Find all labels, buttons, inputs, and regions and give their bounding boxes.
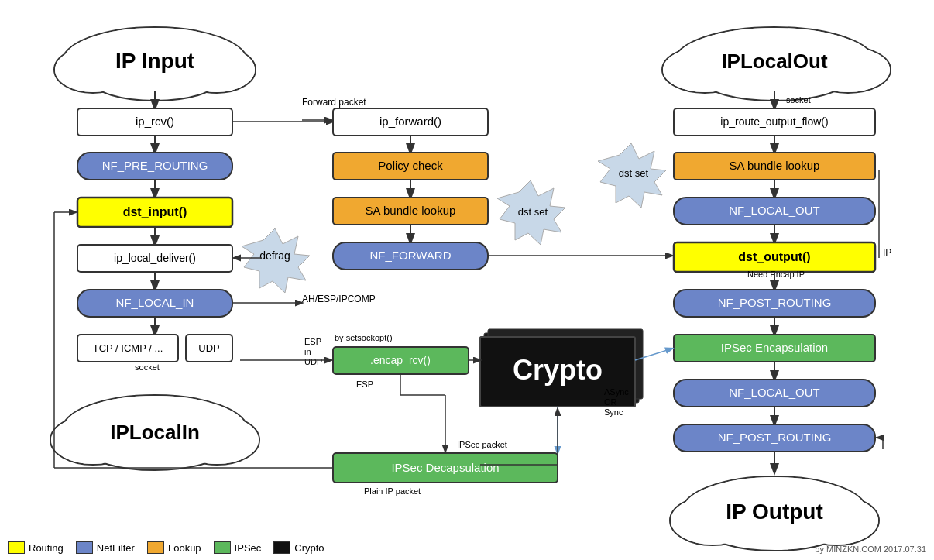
async-or-sync-label: ASync bbox=[604, 387, 629, 397]
legend-lookup-box bbox=[147, 541, 164, 554]
legend-lookup-label: Lookup bbox=[168, 542, 201, 554]
nf-local-out-top-label: NF_LOCAL_OUT bbox=[729, 204, 820, 217]
dst-set-1-label: dst set bbox=[619, 167, 649, 179]
legend-netfilter: NetFilter bbox=[76, 541, 135, 554]
ip-local-in-cloud: IPLocalIn bbox=[50, 395, 259, 470]
need-encap-ip-label: Need Encap IP bbox=[747, 270, 805, 279]
nf-local-out-bot-label: NF_LOCAL_OUT bbox=[729, 386, 820, 399]
legend-lookup: Lookup bbox=[147, 541, 201, 554]
svg-text:in: in bbox=[304, 347, 311, 356]
by-setsockopt-label: by setsockopt() bbox=[335, 333, 393, 342]
udp-label: UDP bbox=[198, 342, 219, 354]
legend-routing-box bbox=[8, 541, 25, 554]
socket-label-1: socket bbox=[135, 362, 160, 372]
sa-bundle-lookup-mid-label: SA bundle lookup bbox=[366, 204, 456, 217]
dst-set-2-label: dst set bbox=[518, 206, 548, 218]
sa-bundle-lookup-right-label: SA bundle lookup bbox=[730, 159, 820, 172]
nf-local-in-label: NF_LOCAL_IN bbox=[116, 296, 194, 309]
policy-check-label: Policy check bbox=[378, 159, 443, 172]
nf-pre-routing-label: NF_PRE_ROUTING bbox=[102, 159, 208, 172]
credit: by MINZKN.COM 2017.07.31 bbox=[815, 545, 926, 554]
diagram-container: IP Input IPLocalOut IPLocalIn IP Outpu bbox=[0, 0, 934, 560]
ip-output-cloud: IP Output bbox=[670, 476, 879, 551]
legend-ipsec-label: IPSec bbox=[235, 542, 262, 554]
ipsec-decapsulation-label: IPSec Decapsulation bbox=[391, 461, 499, 474]
legend-ipsec: IPSec bbox=[214, 541, 262, 554]
socket-label-2: socket bbox=[786, 95, 811, 105]
esp-in-udp-label: ESP bbox=[304, 337, 321, 346]
ip-local-deliver-label: ip_local_deliver() bbox=[114, 252, 196, 264]
encap-rcv-label: .encap_rcv() bbox=[370, 354, 431, 366]
ip-route-output-label: ip_route_output_flow() bbox=[720, 115, 828, 128]
dst-output-label: dst_output() bbox=[738, 250, 810, 263]
ip-local-in-label: IPLocalIn bbox=[110, 421, 200, 444]
forward-packet-label: Forward packet bbox=[302, 97, 366, 108]
legend-netfilter-label: NetFilter bbox=[97, 542, 135, 554]
dst-set-2-starburst: dst set bbox=[497, 180, 565, 245]
svg-text:OR: OR bbox=[604, 397, 617, 407]
ip-local-out-label: IPLocalOut bbox=[721, 50, 828, 73]
crypto-label: Crypto bbox=[513, 354, 603, 386]
legend-crypto: Crypto bbox=[273, 541, 324, 554]
esp-label: ESP bbox=[356, 380, 373, 389]
nf-post-routing-bot-label: NF_POST_ROUTING bbox=[718, 431, 832, 444]
svg-text:Sync: Sync bbox=[604, 407, 623, 417]
plain-ip-packet-label: Plain IP packet bbox=[364, 486, 421, 496]
legend-routing-label: Routing bbox=[29, 542, 64, 554]
legend-ipsec-box bbox=[214, 541, 231, 554]
legend-routing: Routing bbox=[8, 541, 64, 554]
ip-input-cloud: IP Input bbox=[54, 27, 256, 101]
defrag-label: defrag bbox=[259, 249, 290, 262]
ip-rcv-label: ip_rcv() bbox=[136, 115, 174, 128]
ip-forward-label: ip_forward() bbox=[379, 115, 441, 128]
ip-input-label: IP Input bbox=[115, 49, 194, 73]
ipsec-packet-label: IPSec packet bbox=[457, 440, 507, 449]
nf-forward-label: NF_FORWARD bbox=[370, 249, 452, 262]
defrag-starburst: defrag bbox=[242, 228, 310, 293]
legend: Routing NetFilter Lookup IPSec Crypto bbox=[8, 541, 324, 554]
ip-output-label: IP Output bbox=[726, 500, 822, 524]
ip-label: IP bbox=[883, 247, 891, 258]
ah-esp-ipcomp-label: AH/ESP/IPCOMP bbox=[302, 294, 376, 304]
tcp-icmp-label: TCP / ICMP / ... bbox=[93, 342, 163, 354]
ip-local-out-cloud: IPLocalOut bbox=[662, 27, 891, 101]
ipsec-encapsulation-label: IPSec Encapsulation bbox=[721, 341, 828, 354]
svg-text:UDP: UDP bbox=[304, 357, 322, 366]
dst-set-1-starburst: dst set bbox=[598, 143, 666, 208]
legend-crypto-label: Crypto bbox=[294, 542, 324, 554]
legend-crypto-box bbox=[273, 541, 290, 554]
nf-post-routing-top-label: NF_POST_ROUTING bbox=[718, 296, 832, 309]
dst-input-label: dst_input() bbox=[123, 205, 187, 218]
legend-netfilter-box bbox=[76, 541, 93, 554]
